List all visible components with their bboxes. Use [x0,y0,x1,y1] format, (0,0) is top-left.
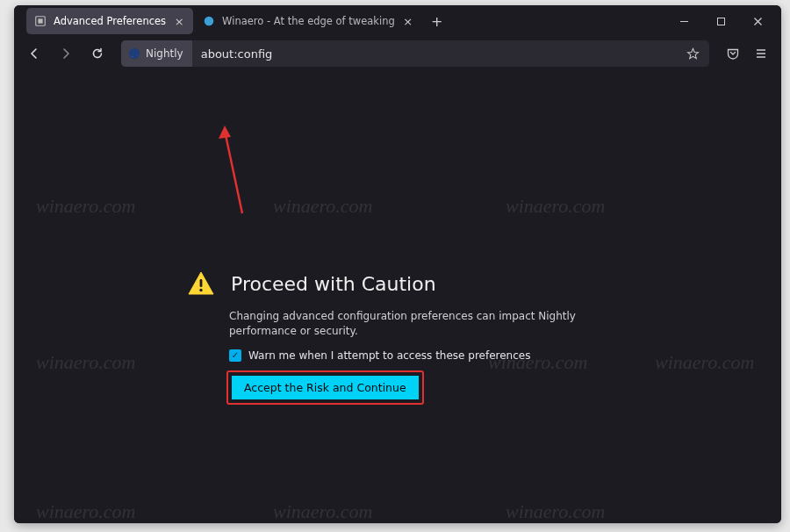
close-window-button[interactable] [739,8,776,34]
tab-advanced-preferences[interactable]: Advanced Preferences × [26,8,193,34]
settings-icon [34,15,47,27]
save-to-pocket-icon[interactable] [720,40,746,67]
annotation-arrow [216,126,269,222]
identity-box[interactable]: Nightly [121,40,192,67]
toolbar-right-icons [720,40,774,67]
watermark: winaero.com [655,351,754,374]
tab-label: Winaero - At the edge of tweaking [222,15,395,27]
identity-label: Nightly [146,47,183,60]
window-controls [665,8,776,34]
svg-point-12 [199,289,202,291]
accept-risk-button[interactable]: Accept the Risk and Continue [232,376,419,399]
url-text: about:config [192,47,683,61]
nightly-logo-icon [128,47,140,60]
new-tab-button[interactable]: + [426,10,449,32]
bookmark-star-icon[interactable] [683,47,702,61]
svg-rect-11 [200,279,203,287]
caution-header: Proceed with Caution [185,270,642,297]
url-bar[interactable]: Nightly about:config [121,40,709,67]
watermark: winaero.com [36,500,135,523]
svg-point-2 [205,17,214,26]
caution-icon-wrap [185,270,217,297]
watermark: winaero.com [273,500,372,523]
content-area: Proceed with Caution Changing advanced c… [14,70,781,523]
back-button[interactable] [21,40,47,67]
tab-label: Advanced Preferences [54,15,166,27]
svg-rect-4 [717,18,724,25]
reload-button[interactable] [84,40,111,67]
watermark: winaero.com [36,195,135,218]
watermark: winaero.com [506,195,605,218]
svg-marker-14 [219,126,231,139]
checkbox-icon[interactable]: ✓ [229,349,241,362]
close-tab-icon[interactable]: × [173,15,185,27]
minimize-button[interactable] [665,8,702,34]
forward-button[interactable] [53,40,79,67]
caution-title: Proceed with Caution [231,273,436,295]
nav-toolbar: Nightly about:config [14,37,781,70]
annotation-highlight-box: Accept the Risk and Continue [226,370,424,405]
watermark: winaero.com [273,195,372,218]
caution-panel: Proceed with Caution Changing advanced c… [185,270,642,405]
svg-point-7 [129,48,140,59]
svg-rect-1 [38,18,42,23]
app-menu-button[interactable] [748,40,774,67]
watermark: winaero.com [506,500,605,523]
browser-window: Advanced Preferences × Winaero - At the … [14,5,781,523]
warn-checkbox-label: Warn me when I attempt to access these p… [248,349,530,362]
site-favicon [203,15,215,27]
svg-line-13 [225,131,242,213]
watermark: winaero.com [36,351,135,374]
close-tab-icon[interactable]: × [402,15,414,27]
warn-checkbox-row[interactable]: ✓ Warn me when I attempt to access these… [229,349,642,362]
tab-strip: Advanced Preferences × Winaero - At the … [14,5,781,37]
caution-description: Changing advanced configuration preferen… [229,309,642,339]
warning-triangle-icon [187,270,215,297]
tab-winaero[interactable]: Winaero - At the edge of tweaking × [195,8,422,34]
maximize-button[interactable] [702,8,739,34]
